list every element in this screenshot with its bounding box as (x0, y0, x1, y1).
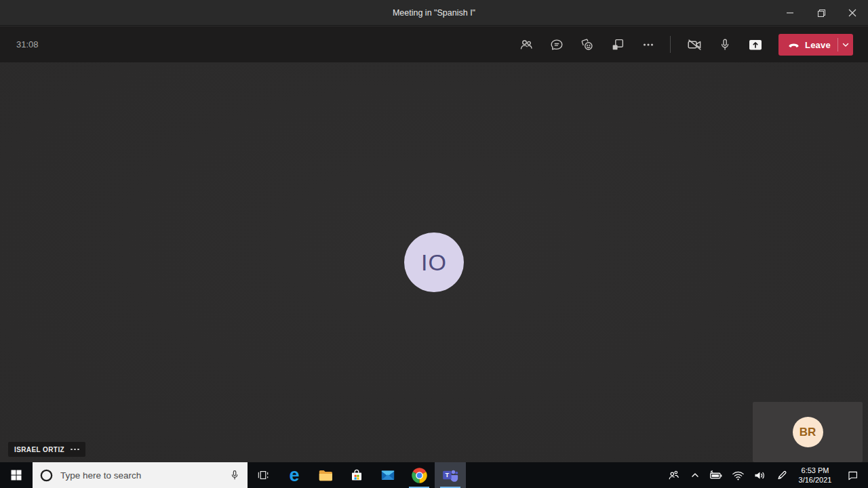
windows-taskbar: e (0, 462, 868, 488)
battery-charging-icon (709, 468, 724, 483)
windows-ink-button[interactable] (770, 462, 793, 488)
show-hidden-icons-button[interactable] (685, 462, 705, 488)
breakout-rooms-button[interactable] (602, 26, 633, 62)
taskbar-app-chrome[interactable] (403, 462, 435, 488)
taskbar-app-file-explorer[interactable] (310, 462, 341, 488)
participant-avatar: IO (404, 232, 464, 292)
participant-name: ISRAEL ORTIZ (14, 446, 64, 453)
reactions-icon (580, 37, 595, 52)
self-view-tile[interactable]: BR (753, 402, 863, 462)
participants-icon (519, 37, 534, 52)
chrome-icon (410, 466, 429, 485)
mail-icon (379, 466, 397, 484)
toolbar-divider (670, 36, 671, 53)
reactions-button[interactable] (572, 26, 602, 62)
minimize-button[interactable] (774, 0, 806, 26)
restore-button[interactable] (806, 0, 837, 26)
show-conversation-button[interactable] (541, 26, 572, 62)
participant-more-options-icon[interactable] (71, 449, 79, 451)
pen-icon (775, 468, 789, 482)
device-controls-group (679, 26, 770, 62)
cortana-ring-icon (39, 468, 54, 483)
chat-icon (549, 37, 564, 52)
taskbar-app-microsoft-store[interactable] (341, 462, 372, 488)
breakout-rooms-icon (610, 37, 625, 52)
microphone-button[interactable] (709, 26, 740, 62)
search-mic-icon[interactable] (229, 469, 241, 481)
taskbar-app-edge[interactable]: e (279, 462, 310, 488)
start-button[interactable] (0, 462, 33, 488)
leave-button-main[interactable]: Leave (778, 34, 837, 56)
share-content-button[interactable] (740, 26, 770, 62)
taskbar-app-teams[interactable]: T (435, 462, 466, 488)
camera-off-button[interactable] (679, 26, 709, 62)
close-icon (848, 9, 856, 17)
restore-icon (817, 9, 826, 18)
microsoft-store-icon (349, 467, 365, 483)
leave-label: Leave (805, 40, 831, 50)
teams-icon: T (441, 466, 459, 484)
windows-logo-icon (11, 470, 22, 481)
hang-up-icon (787, 39, 800, 52)
share-tray-icon (747, 37, 764, 53)
microphone-icon (717, 37, 732, 52)
file-explorer-icon (317, 466, 334, 484)
participant-name-pill: ISRAEL ORTIZ (8, 442, 85, 457)
tray-people-button[interactable] (662, 462, 685, 488)
taskbar-clock[interactable]: 6:53 PM 3/16/2021 (793, 462, 837, 488)
show-participants-button[interactable] (511, 26, 541, 62)
battery-button[interactable] (705, 462, 727, 488)
clock-time: 6:53 PM (802, 466, 829, 475)
task-view-button[interactable] (248, 462, 279, 488)
clock-date: 3/16/2021 (799, 475, 832, 485)
volume-icon (753, 468, 767, 483)
window-title: Meeting in "Spanish I" (0, 0, 868, 26)
search-input[interactable] (60, 470, 222, 481)
wifi-icon (731, 468, 745, 483)
action-center-icon (846, 469, 859, 482)
participant-initials: IO (421, 249, 447, 276)
chevron-up-icon (690, 470, 701, 481)
meeting-controls-group (511, 26, 663, 62)
svg-text:T: T (446, 472, 450, 479)
more-actions-button[interactable] (633, 26, 663, 62)
edge-icon: e (289, 466, 299, 485)
leave-button[interactable]: Leave (778, 34, 853, 56)
camera-off-icon (686, 37, 703, 53)
task-view-icon (256, 468, 270, 482)
leave-options-button[interactable] (838, 34, 853, 56)
system-tray: 6:53 PM 3/16/2021 (662, 462, 868, 488)
people-icon (667, 468, 680, 482)
self-avatar: BR (793, 417, 823, 447)
taskbar-app-mail[interactable] (372, 462, 403, 488)
meeting-stage: IO ISRAEL ORTIZ BR (0, 62, 868, 462)
action-center-button[interactable] (837, 462, 868, 488)
minimize-icon (786, 9, 794, 17)
close-button[interactable] (837, 0, 868, 26)
network-button[interactable] (727, 462, 749, 488)
meeting-timer: 31:08 (16, 26, 39, 62)
meeting-toolbar: 31:08 (0, 26, 868, 62)
chevron-down-icon (842, 41, 850, 49)
teams-meeting-window: Meeting in "Spanish I" 31:08 (0, 0, 868, 488)
self-initials: BR (800, 426, 816, 439)
volume-button[interactable] (749, 462, 770, 488)
taskbar-search[interactable] (33, 462, 248, 488)
titlebar: Meeting in "Spanish I" (0, 0, 868, 26)
more-actions-icon (641, 37, 656, 52)
